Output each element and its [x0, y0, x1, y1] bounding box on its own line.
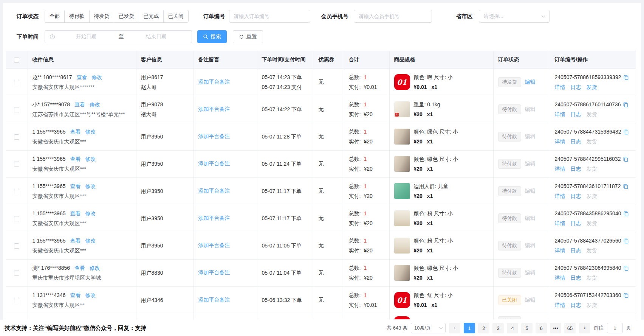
detail-link[interactable]: 详情	[555, 247, 565, 255]
log-link[interactable]: 日志	[571, 165, 581, 173]
recipient-modify-link[interactable]: 修改	[85, 129, 96, 135]
ship-link[interactable]: 发货	[587, 110, 597, 118]
copy-icon[interactable]	[623, 238, 629, 244]
detail-link[interactable]: 详情	[555, 301, 565, 309]
row-checkbox[interactable]	[14, 298, 19, 303]
status-filter-button[interactable]: 待付款	[64, 10, 90, 23]
log-link[interactable]: 日志	[571, 110, 581, 118]
copy-icon[interactable]	[623, 129, 629, 135]
more-pages-button[interactable]: •••	[550, 323, 561, 333]
row-checkbox[interactable]	[14, 216, 19, 221]
ship-link[interactable]: 发货	[587, 219, 597, 227]
detail-link[interactable]: 详情	[555, 192, 565, 200]
select-all-checkbox[interactable]	[14, 58, 19, 63]
page-button-65[interactable]: 65	[564, 323, 576, 333]
detail-link[interactable]: 详情	[555, 138, 565, 146]
row-checkbox[interactable]	[14, 271, 19, 276]
status-filter-button[interactable]: 已发货	[114, 10, 139, 23]
row-checkbox[interactable]	[14, 243, 19, 249]
page-button-6[interactable]: 6	[536, 323, 547, 333]
search-button[interactable]: 搜索	[197, 30, 227, 43]
ship-link[interactable]: 发货	[587, 192, 597, 200]
edit-link[interactable]: 编辑	[525, 106, 536, 112]
row-checkbox[interactable]	[14, 134, 19, 140]
page-button-4[interactable]: 4	[507, 323, 518, 333]
log-link[interactable]: 日志	[571, 192, 581, 200]
remark-link[interactable]: 添加平台备注	[198, 269, 230, 275]
recipient-view-link[interactable]: 查看	[74, 101, 85, 107]
recipient-view-link[interactable]: 查看	[74, 265, 85, 271]
edit-link[interactable]: 编辑	[525, 242, 536, 248]
remark-link[interactable]: 添加平台备注	[198, 106, 230, 112]
copy-icon[interactable]	[623, 184, 629, 189]
recipient-view-link[interactable]: 查看	[76, 74, 87, 80]
remark-link[interactable]: 添加平台备注	[198, 133, 230, 139]
recipient-view-link[interactable]: 查看	[70, 183, 80, 189]
prev-page-button[interactable]: ‹	[449, 323, 460, 333]
log-link[interactable]: 日志	[571, 247, 581, 255]
date-range-picker[interactable]: 开始日期 至 结束日期	[45, 30, 192, 43]
status-filter-button[interactable]: 待发货	[89, 10, 115, 23]
remark-link[interactable]: 添加平台备注	[198, 297, 230, 303]
detail-link[interactable]: 详情	[555, 110, 565, 118]
page-button-2[interactable]: 2	[478, 323, 489, 333]
ship-link[interactable]: 发货	[587, 274, 597, 282]
remark-link[interactable]: 添加平台备注	[198, 160, 230, 166]
recipient-modify-link[interactable]: 修改	[85, 210, 96, 216]
edit-link[interactable]: 编辑	[525, 215, 536, 221]
recipient-modify-link[interactable]: 修改	[90, 265, 100, 271]
edit-link[interactable]: 编辑	[525, 188, 536, 194]
copy-icon[interactable]	[623, 211, 629, 216]
recipient-view-link[interactable]: 查看	[70, 129, 80, 135]
detail-link[interactable]: 详情	[555, 274, 565, 282]
recipient-view-link[interactable]: 查看	[70, 238, 80, 244]
edit-link[interactable]: 编辑	[525, 269, 536, 275]
detail-link[interactable]: 详情	[555, 165, 565, 173]
recipient-view-link[interactable]: 查看	[70, 156, 80, 162]
recipient-modify-link[interactable]: 修改	[85, 156, 96, 162]
row-checkbox[interactable]	[14, 162, 19, 167]
copy-icon[interactable]	[623, 292, 629, 298]
log-link[interactable]: 日志	[571, 83, 581, 91]
remark-link[interactable]: 添加平台备注	[198, 242, 230, 248]
order-no-input[interactable]	[229, 10, 310, 23]
page-button-5[interactable]: 5	[521, 323, 533, 333]
log-link[interactable]: 日志	[571, 138, 581, 146]
ship-link[interactable]: 发货	[587, 83, 597, 91]
detail-link[interactable]: 详情	[555, 83, 565, 91]
recipient-modify-link[interactable]: 修改	[85, 292, 96, 298]
copy-icon[interactable]	[623, 102, 629, 107]
row-checkbox[interactable]	[14, 80, 19, 85]
copy-icon[interactable]	[623, 75, 629, 80]
recipient-modify-link[interactable]: 修改	[85, 238, 96, 244]
remark-link[interactable]: 添加平台备注	[198, 215, 230, 221]
log-link[interactable]: 日志	[571, 301, 581, 309]
remark-link[interactable]: 添加平台备注	[198, 188, 230, 194]
log-link[interactable]: 日志	[571, 219, 581, 227]
ship-link[interactable]: 发货	[587, 301, 597, 309]
recipient-modify-link[interactable]: 修改	[91, 74, 102, 80]
phone-input[interactable]	[354, 10, 432, 23]
region-select[interactable]: 请选择...	[479, 10, 550, 23]
copy-icon[interactable]	[623, 156, 629, 162]
edit-link[interactable]: 编辑	[525, 79, 536, 85]
page-button-3[interactable]: 3	[492, 323, 504, 333]
goto-page-input[interactable]	[607, 323, 623, 333]
status-filter-button[interactable]: 已关闭	[163, 10, 189, 23]
reset-button[interactable]: 重置	[233, 30, 263, 43]
edit-link[interactable]: 编辑	[525, 297, 536, 303]
page-size-select[interactable]: 10条/页	[411, 323, 446, 333]
copy-icon[interactable]	[623, 265, 629, 271]
page-button-1[interactable]: 1	[464, 323, 475, 333]
next-page-button[interactable]: ›	[579, 323, 590, 333]
status-filter-button[interactable]: 全部	[45, 10, 65, 23]
edit-link[interactable]: 编辑	[525, 160, 536, 166]
recipient-modify-link[interactable]: 修改	[85, 183, 96, 189]
row-checkbox[interactable]	[14, 107, 19, 112]
status-filter-button[interactable]: 已完成	[139, 10, 164, 23]
row-checkbox[interactable]	[14, 189, 19, 194]
remark-link[interactable]: 添加平台备注	[198, 79, 230, 85]
ship-link[interactable]: 发货	[587, 247, 597, 255]
log-link[interactable]: 日志	[571, 274, 581, 282]
detail-link[interactable]: 详情	[555, 219, 565, 227]
